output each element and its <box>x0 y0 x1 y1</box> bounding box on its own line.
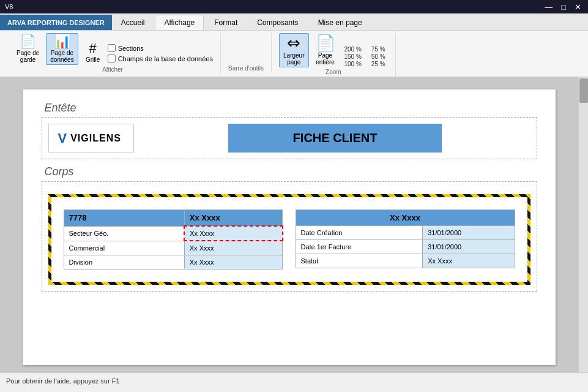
scroll-thumb[interactable] <box>579 78 588 103</box>
afficher-group-label: Afficher <box>102 66 123 73</box>
entete-label: Entête <box>45 102 537 115</box>
grille-button[interactable]: # Grille <box>81 40 105 65</box>
data-grid: 7778 Xx Xxxx Secteur Géo. Xx Xxxx <box>64 209 515 270</box>
ribbon-group-zoom: ⇔ Largeurpage 📄 Pageentière 200 % 150 % … <box>272 33 396 77</box>
left-header-col1: 7778 <box>64 210 184 227</box>
left-header-col2: Xx Xxxx <box>184 210 282 227</box>
right-header-col1: Xx Xxxx <box>296 210 515 226</box>
header-section: V VIGILENS FICHE CLIENT <box>42 117 537 159</box>
status-bar: Pour obtenir de l'aide, appuyez sur F1 <box>0 372 588 388</box>
status-text: Pour obtenir de l'aide, appuyez sur F1 <box>6 377 120 385</box>
logo-text: VIGILENS <box>70 133 121 144</box>
close-button[interactable]: ✕ <box>573 2 583 12</box>
app-title: V8 <box>5 3 13 10</box>
largeur-page-label: Largeurpage <box>283 52 304 66</box>
minimize-button[interactable]: — <box>543 2 554 12</box>
zoom-col-1: 200 % 150 % 100 % <box>342 46 364 67</box>
tab-composants[interactable]: Composants <box>248 15 307 30</box>
corps-section: 7778 Xx Xxxx Secteur Géo. Xx Xxxx <box>42 181 537 292</box>
tab-format[interactable]: Format <box>205 15 247 30</box>
table-row: Commercial Xx Xxxx <box>64 241 283 255</box>
app-name-label: ARVA REPORTING DESIGNER <box>0 15 112 30</box>
afficher-buttons: 📄 Page degarde 📊 Page dedonnées # Grille… <box>12 33 213 65</box>
table-row: Secteur Géo. Xx Xxxx <box>64 226 283 241</box>
sections-checkbox[interactable]: Sections <box>108 44 213 52</box>
canvas-area[interactable]: Entête V VIGILENS FICHE CLIENT Corps <box>0 77 578 372</box>
view-checkboxes: Sections Champs de la base de données <box>108 42 213 65</box>
window-controls[interactable]: — □ ✕ <box>543 2 583 12</box>
champs-checkbox[interactable]: Champs de la base de données <box>108 55 213 62</box>
zoom-100[interactable]: 100 % <box>342 61 364 67</box>
left-tbl: 7778 Xx Xxxx Secteur Géo. Xx Xxxx <box>64 209 283 270</box>
logo-v-symbol: V <box>58 130 67 146</box>
logo-box: V VIGILENS <box>48 124 134 153</box>
commercial-label: Commercial <box>64 241 184 255</box>
tab-accueil[interactable]: Accueil <box>112 15 154 30</box>
ribbon-tab-bar: ARVA REPORTING DESIGNER Accueil Affichag… <box>0 13 588 31</box>
tab-affichage[interactable]: Affichage <box>155 15 204 30</box>
zoom-group-label: Zoom <box>326 69 341 75</box>
canvas-wrapper: Entête V VIGILENS FICHE CLIENT Corps <box>0 77 588 372</box>
page-donnees-label: Page dedonnées <box>50 50 73 63</box>
page-garde-icon: 📄 <box>20 35 36 48</box>
zoom-col-2: 75 % 50 % 25 % <box>369 46 388 67</box>
page-donnees-button[interactable]: 📊 Page dedonnées <box>46 33 78 65</box>
commercial-value: Xx Xxxx <box>184 241 282 255</box>
right-table: Xx Xxxx Date Création 31/01/2000 Date 1e… <box>296 209 515 270</box>
right-tbl: Xx Xxxx Date Création 31/01/2000 Date 1e… <box>296 209 515 268</box>
page-garde-button[interactable]: 📄 Page degarde <box>12 33 43 65</box>
champs-label: Champs de la base de données <box>118 55 213 62</box>
statut-value: Xx Xxxx <box>423 254 515 268</box>
ribbon-group-barre-outils: Barre d'outils <box>221 33 272 73</box>
page-entiere-label: Pageentière <box>316 52 335 66</box>
table-row: Date 1er Facture 31/01/2000 <box>296 240 515 254</box>
zoom-50[interactable]: 50 % <box>369 53 388 60</box>
left-header-row: 7778 Xx Xxxx <box>64 210 283 227</box>
ribbon-group-afficher: 📄 Page degarde 📊 Page dedonnées # Grille… <box>5 33 221 74</box>
date-facture-value: 31/01/2000 <box>423 240 515 254</box>
ribbon: ARVA REPORTING DESIGNER Accueil Affichag… <box>0 13 588 77</box>
maximize-button[interactable]: □ <box>559 2 568 12</box>
barre-outils-label: Barre d'outils <box>228 65 264 72</box>
right-header-row: Xx Xxxx <box>296 210 515 226</box>
page-entiere-button[interactable]: 📄 Pageentière <box>311 33 340 67</box>
statut-label: Statut <box>296 254 423 268</box>
secteur-label: Secteur Géo. <box>64 226 184 241</box>
data-band: 7778 Xx Xxxx Secteur Géo. Xx Xxxx <box>51 197 527 282</box>
zoom-25[interactable]: 25 % <box>369 61 388 67</box>
header-row: V VIGILENS FICHE CLIENT <box>48 124 530 153</box>
zoom-150[interactable]: 150 % <box>342 53 364 60</box>
scrollbar-vertical[interactable] <box>578 77 588 372</box>
sections-label: Sections <box>118 45 144 52</box>
zoom-200[interactable]: 200 % <box>342 46 364 53</box>
date-facture-label: Date 1er Facture <box>296 240 423 254</box>
table-row: Date Création 31/01/2000 <box>296 226 515 240</box>
page-entiere-icon: 📄 <box>316 35 335 51</box>
division-label: Division <box>64 255 184 270</box>
zoom-levels: 200 % 150 % 100 % 75 % 50 % 25 % <box>342 46 388 67</box>
page-garde-label: Page degarde <box>17 50 39 63</box>
report-page: Entête V VIGILENS FICHE CLIENT Corps <box>23 89 556 365</box>
page-donnees-icon: 📊 <box>54 35 70 48</box>
corps-section-container: Corps 7778 <box>42 165 537 292</box>
largeur-page-icon: ⇔ <box>287 35 300 51</box>
date-creation-value: 31/01/2000 <box>423 226 515 240</box>
tab-mise-en-page[interactable]: Mise en page <box>309 15 371 30</box>
zoom-items: ⇔ Largeurpage 📄 Pageentière 200 % 150 % … <box>279 33 388 67</box>
grille-icon: # <box>89 42 97 55</box>
report-title: FICHE CLIENT <box>228 124 442 153</box>
ribbon-content: 📄 Page degarde 📊 Page dedonnées # Grille… <box>0 31 588 77</box>
grille-label: Grille <box>86 56 100 63</box>
division-value: Xx Xxxx <box>184 255 282 270</box>
title-bar: V8 — □ ✕ <box>0 0 588 13</box>
data-band-inner: 7778 Xx Xxxx Secteur Géo. Xx Xxxx <box>58 203 521 276</box>
left-table: 7778 Xx Xxxx Secteur Géo. Xx Xxxx <box>64 209 283 270</box>
secteur-value[interactable]: Xx Xxxx <box>184 226 282 241</box>
date-creation-label: Date Création <box>296 226 423 240</box>
largeur-page-button[interactable]: ⇔ Largeurpage <box>279 33 308 67</box>
table-row: Statut Xx Xxxx <box>296 254 515 268</box>
zoom-75[interactable]: 75 % <box>369 46 388 53</box>
corps-label: Corps <box>45 165 537 178</box>
table-row: Division Xx Xxxx <box>64 255 283 270</box>
